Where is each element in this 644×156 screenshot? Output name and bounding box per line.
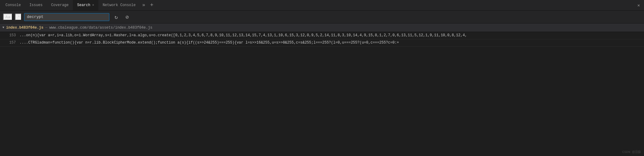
results-area: ▼ index.b483f04e.js — www.cbaleague.com/… bbox=[0, 23, 644, 156]
file-header[interactable]: ▼ index.b483f04e.js — www.cbaleague.com/… bbox=[0, 23, 644, 32]
tab-network-console[interactable]: Network Console bbox=[98, 0, 140, 10]
refresh-icon: ↻ bbox=[115, 14, 118, 20]
result-row[interactable]: 153 ...on(n){var a=r,i=a.lib,o=i.WordArr… bbox=[0, 32, 644, 39]
collapse-chevron-icon: ▼ bbox=[2, 26, 4, 29]
line-number: 157 bbox=[7, 40, 19, 45]
refresh-button[interactable]: ↻ bbox=[112, 13, 120, 21]
file-name: index.b483f04e.js bbox=[6, 26, 43, 30]
clear-button[interactable]: ⊘ bbox=[123, 13, 131, 21]
close-icon: ✕ bbox=[637, 3, 640, 8]
line-number: 153 bbox=[7, 33, 19, 37]
add-tab-button[interactable]: + bbox=[148, 0, 156, 10]
clear-icon: ⊘ bbox=[126, 14, 129, 20]
result-text: ...on(n){var a=r,i=a.lib,o=i.WordArray,s… bbox=[19, 33, 644, 37]
file-url: www.cbaleague.com/data/assets/index.b483… bbox=[49, 26, 152, 30]
result-row[interactable]: 157 ....CTRGladman=function(){var n=r.li… bbox=[0, 39, 644, 47]
file-separator: — bbox=[45, 26, 47, 30]
tab-console-label: Console bbox=[5, 3, 21, 7]
chevron-right-icon: » bbox=[142, 2, 145, 8]
search-input[interactable] bbox=[24, 13, 109, 21]
result-text: ....CTRGladman=function(){var n=r.lib.Bl… bbox=[19, 40, 644, 45]
tab-issues-label: Issues bbox=[29, 3, 42, 7]
tab-bar: Console Issues Coverage Search × Network… bbox=[0, 0, 644, 11]
tab-console[interactable]: Console bbox=[1, 0, 25, 10]
search-toolbar: Aa .* ↻ ⊘ bbox=[0, 11, 644, 23]
more-tabs-button[interactable]: » bbox=[140, 0, 148, 10]
plus-icon: + bbox=[150, 2, 154, 8]
devtools-close-button[interactable]: ✕ bbox=[633, 0, 644, 10]
tab-search-label: Search bbox=[77, 3, 90, 7]
tab-search[interactable]: Search × bbox=[73, 0, 98, 10]
tab-coverage-label: Coverage bbox=[51, 3, 69, 7]
tab-search-close[interactable]: × bbox=[92, 3, 94, 7]
tab-issues[interactable]: Issues bbox=[25, 0, 47, 10]
main-content: Aa .* ↻ ⊘ ▼ index.b483f04e.js — www.cbal… bbox=[0, 11, 644, 156]
watermark: CSDN @泪腺 bbox=[622, 150, 641, 154]
match-case-button[interactable]: Aa bbox=[3, 13, 12, 20]
tab-network-console-label: Network Console bbox=[103, 3, 136, 7]
tab-coverage[interactable]: Coverage bbox=[47, 0, 73, 10]
regex-button[interactable]: .* bbox=[15, 13, 22, 20]
